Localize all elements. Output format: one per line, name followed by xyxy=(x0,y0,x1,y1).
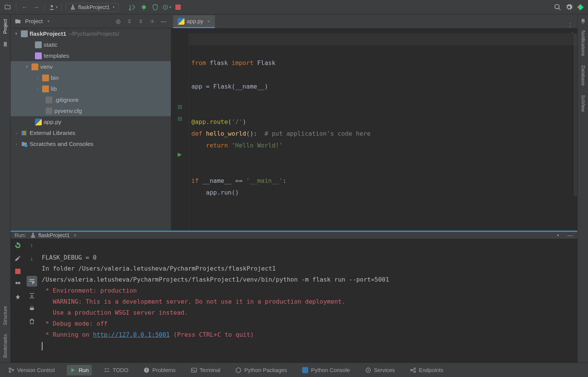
profile-icon[interactable]: ▾ xyxy=(162,3,171,12)
chevron-down-icon[interactable]: ▾ xyxy=(24,64,30,69)
stop-icon[interactable] xyxy=(173,3,183,12)
tool-settings-icon[interactable] xyxy=(149,18,156,25)
tree-root[interactable]: ▾ flaskProject1 ~/PycharmProjects/ xyxy=(11,28,171,39)
hide-tool-icon[interactable]: — xyxy=(160,18,167,25)
folder-icon xyxy=(35,52,42,59)
left-tab-bookmarks[interactable]: Bookmarks xyxy=(3,329,8,363)
bottom-tab-services[interactable]: Services xyxy=(362,365,398,375)
editor-scrollbar[interactable] xyxy=(574,33,577,197)
svg-point-34 xyxy=(414,368,416,369)
left-tab-project[interactable]: Project xyxy=(3,14,8,38)
collapse-all-icon[interactable] xyxy=(137,18,144,25)
run-gutter-icon[interactable]: ▶ xyxy=(171,151,189,157)
user-icon[interactable]: ▾ xyxy=(49,3,58,12)
chevron-right-icon[interactable]: › xyxy=(14,131,19,135)
editor-tabs-options-icon[interactable]: ⋮ xyxy=(563,22,577,28)
svg-point-2 xyxy=(142,5,146,9)
tree-item-static[interactable]: static xyxy=(11,39,171,50)
editor-gutter[interactable]: ⊟ ⊟ ▶ xyxy=(171,28,189,230)
flask-icon xyxy=(30,232,36,238)
svg-rect-13 xyxy=(15,269,20,274)
python-file-icon xyxy=(178,18,184,25)
scroll-to-end-icon[interactable] xyxy=(28,292,36,299)
svg-rect-24 xyxy=(106,369,109,369)
tree-item-bin[interactable]: ›bin xyxy=(11,72,171,83)
editor-tab-app-py[interactable]: app.py × xyxy=(173,15,215,28)
open-file-icon[interactable] xyxy=(3,3,12,12)
notifications-bell-icon[interactable] xyxy=(579,17,588,26)
right-tab-database[interactable]: Database xyxy=(580,61,586,90)
folder-icon xyxy=(42,86,49,92)
bottom-tab-terminal[interactable]: Terminal xyxy=(188,365,224,375)
chevron-right-icon[interactable]: › xyxy=(35,87,40,91)
gutter-fold-icon[interactable]: ⊟ xyxy=(171,116,189,122)
bottom-tab-python-console[interactable]: Python Console xyxy=(299,365,353,375)
run-console[interactable]: FLASK_DEBUG = 0 In folder /Users/valeria… xyxy=(39,239,577,364)
tree-item-lib[interactable]: ›lib xyxy=(11,83,171,94)
svg-rect-23 xyxy=(105,371,106,372)
right-tool-stripe: Notifications Database SciView xyxy=(577,14,588,363)
hide-run-icon[interactable]: — xyxy=(567,232,574,239)
chevron-right-icon[interactable]: › xyxy=(35,76,40,80)
left-tool-stripe: Project Structure Bookmarks xyxy=(0,14,11,363)
tree-item-templates[interactable]: templates xyxy=(11,50,171,61)
run-config-name: flaskProject1 xyxy=(78,4,110,10)
pin-icon[interactable] xyxy=(14,293,22,301)
tree-scratches[interactable]: ›Scratches and Consoles xyxy=(11,138,171,149)
search-icon[interactable] xyxy=(553,3,562,12)
rerun-icon[interactable] xyxy=(14,242,22,249)
settings-icon[interactable] xyxy=(564,3,574,12)
tree-item-pyvenv-cfg[interactable]: pyvenv.cfg xyxy=(11,105,171,116)
project-tool-header: Project ▾ ◎ — xyxy=(11,14,171,28)
close-tab-icon[interactable]: × xyxy=(207,18,210,24)
select-opened-file-icon[interactable]: ◎ xyxy=(115,18,121,25)
run-coverage-icon[interactable] xyxy=(151,3,160,12)
layout-icon[interactable] xyxy=(14,280,22,288)
up-stack-icon[interactable]: ↑ xyxy=(28,242,36,249)
bottom-tab-endpoints[interactable]: Endpoints xyxy=(407,365,446,375)
chevron-right-icon[interactable]: › xyxy=(14,142,19,146)
run-icon[interactable] xyxy=(128,3,137,12)
bottom-tab-version-control[interactable]: Version Control xyxy=(5,365,58,375)
left-tab-structure[interactable]: Structure xyxy=(3,301,8,330)
tree-item-app-py[interactable]: app.py xyxy=(11,116,171,127)
bottom-tab-problems[interactable]: Problems xyxy=(140,365,178,375)
code-content[interactable]: from flask import Flask app = Flask(__na… xyxy=(189,28,577,230)
project-view-label[interactable]: Project xyxy=(25,18,43,24)
bottom-tab-run[interactable]: Run xyxy=(67,365,92,375)
expand-all-icon[interactable] xyxy=(126,18,133,25)
right-tab-sciview[interactable]: SciView xyxy=(580,90,586,116)
run-settings-icon[interactable] xyxy=(555,232,561,239)
project-tree[interactable]: ▾ flaskProject1 ~/PycharmProjects/ stati… xyxy=(11,28,171,230)
tree-external-libraries[interactable]: ›External Libraries xyxy=(11,127,171,138)
print-icon[interactable] xyxy=(28,305,36,312)
gutter-fold-icon[interactable]: ⊟ xyxy=(171,104,189,110)
right-tab-notifications[interactable]: Notifications xyxy=(580,26,586,61)
tree-item-gitignore[interactable]: .gitignore xyxy=(11,94,171,105)
stop-run-icon[interactable] xyxy=(14,268,22,275)
clear-all-icon[interactable] xyxy=(28,318,36,325)
run-tab-flaskproject1[interactable]: flaskProject1 × xyxy=(30,232,77,238)
editor-body[interactable]: ✓ ⊟ ⊟ ▶ from flask import Flask app = Fl… xyxy=(171,28,577,230)
svg-rect-15 xyxy=(18,282,20,284)
down-stack-icon[interactable]: ↓ xyxy=(28,255,36,262)
server-url-link[interactable]: http://127.0.0.1:5001 xyxy=(93,331,170,338)
modify-run-config-icon[interactable] xyxy=(14,255,22,262)
svg-point-18 xyxy=(9,368,11,369)
soft-wrap-icon[interactable] xyxy=(27,276,37,287)
svg-rect-30 xyxy=(302,367,308,373)
svg-rect-17 xyxy=(31,306,33,308)
nav-forward-icon[interactable]: → xyxy=(32,3,41,12)
chevron-down-icon[interactable]: ▾ xyxy=(14,31,19,36)
close-run-tab-icon[interactable]: × xyxy=(74,232,77,238)
chevron-down-icon[interactable]: ▾ xyxy=(47,19,49,23)
run-configuration-selector[interactable]: flaskProject1 ▾ xyxy=(66,3,119,11)
jetbrains-icon[interactable] xyxy=(576,3,585,12)
bookmark-tool-icon[interactable] xyxy=(1,40,10,49)
tree-item-venv[interactable]: ▾venv xyxy=(11,61,171,72)
nav-back-icon[interactable]: ← xyxy=(20,3,29,12)
debug-icon[interactable] xyxy=(139,3,148,12)
bottom-tab-python-packages[interactable]: Python Packages xyxy=(232,365,290,375)
run-tool-header: Run: flaskProject1 × — xyxy=(11,231,577,239)
bottom-tab-todo[interactable]: TODO xyxy=(101,365,132,375)
